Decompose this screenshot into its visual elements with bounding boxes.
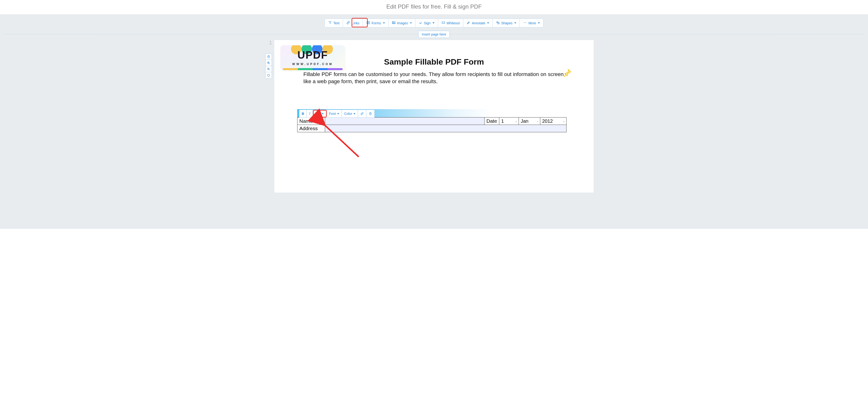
images-tool-button[interactable]: Images [389, 19, 415, 27]
page-header: Edit PDF files for free. Fill & sign PDF [0, 0, 868, 14]
pin-icon [563, 68, 572, 78]
color-button[interactable]: Color [342, 110, 358, 118]
logo-text: UPDF [298, 49, 328, 61]
chevron-down-icon: ⌄ [536, 120, 539, 123]
table-row: Name Date 1 ⌄ Jan ⌄ 2012 ⌄ [298, 118, 566, 125]
link-icon [360, 112, 364, 115]
page-side-tools [265, 53, 272, 79]
rotate-icon [267, 74, 270, 77]
chevron-down-icon [514, 22, 516, 24]
address-label-cell: Address [298, 125, 325, 132]
svg-point-8 [526, 22, 526, 23]
address-input-cell[interactable] [325, 125, 566, 132]
chevron-down-icon [353, 113, 355, 114]
annotate-tool-label: Annotate [472, 21, 485, 25]
date-year-value: 2012 [542, 119, 553, 124]
date-day-value: 1 [501, 119, 504, 124]
shapes-tool-label: Shapes [501, 21, 513, 25]
chevron-down-icon [383, 22, 385, 24]
trash-icon [267, 55, 270, 58]
chevron-down-icon [410, 22, 412, 24]
main-toolbar-wrap: Text Links Forms [0, 19, 868, 27]
name-label-cell: Name [298, 118, 325, 125]
fmt-delete-button[interactable] [366, 110, 374, 118]
zoom-in-icon [267, 61, 270, 65]
table-row: Address [298, 125, 566, 132]
form-table: Name Date 1 ⌄ Jan ⌄ 2012 ⌄ [297, 117, 566, 132]
chevron-down-icon: ⌄ [515, 120, 517, 123]
italic-label: I [309, 112, 310, 116]
shapes-tool-button[interactable]: Shapes [493, 19, 520, 27]
annotate-icon [467, 21, 470, 25]
shapes-icon [496, 21, 500, 25]
page-area: 1 [274, 40, 594, 192]
zoom-out-icon [267, 67, 270, 71]
more-tool-label: More [528, 21, 536, 25]
bold-label: B [302, 112, 304, 116]
updown-icon: ↕ [319, 112, 320, 115]
whiteout-tool-button[interactable]: Whiteout [438, 19, 463, 27]
whiteout-icon [441, 21, 445, 25]
font-label: Font [329, 112, 336, 116]
annotate-tool-button[interactable]: Annotate [463, 19, 493, 27]
zoom-in-button[interactable] [266, 60, 272, 66]
svg-point-7 [525, 22, 525, 23]
chevron-down-icon: ⌄ [563, 120, 565, 123]
insert-page-button[interactable]: Insert page here [418, 31, 450, 38]
selected-text-block: B I T ↕ Font Color [297, 109, 566, 132]
forms-tool-label: Forms [372, 21, 381, 25]
image-icon [392, 21, 396, 25]
logo-url: WWW.UPDF.COM [283, 62, 342, 66]
chevron-down-icon [433, 22, 434, 24]
rotate-button[interactable] [266, 72, 272, 79]
size-label: T [316, 112, 318, 116]
insert-page-label: Insert page here [422, 32, 446, 36]
date-month-value: Jan [521, 119, 528, 124]
fmt-link-button[interactable] [358, 110, 366, 118]
whiteout-tool-label: Whiteout [446, 21, 460, 25]
page-number: 1 [269, 39, 272, 46]
header-title: Edit PDF files for free. Fill & sign PDF [386, 3, 482, 10]
links-tool-label: Links [351, 21, 360, 25]
font-button[interactable]: Font [327, 110, 342, 118]
more-tool-button[interactable]: More [520, 19, 543, 27]
svg-rect-5 [498, 23, 499, 24]
link-icon [346, 21, 350, 25]
italic-button[interactable]: I [307, 110, 313, 118]
text-icon [328, 21, 332, 25]
chevron-down-icon [322, 113, 324, 114]
sign-icon [419, 21, 423, 25]
pdf-page[interactable]: UPDF WWW.UPDF.COM Sample Fillable PDF Fo… [274, 40, 594, 192]
sign-tool-label: Sign [424, 21, 431, 25]
forms-icon [366, 21, 370, 25]
text-size-button[interactable]: T ↕ [313, 110, 327, 118]
date-day-select[interactable]: 1 ⌄ [499, 118, 519, 125]
trash-icon [369, 112, 372, 115]
svg-rect-3 [442, 22, 444, 24]
date-label-cell: Date [485, 118, 499, 125]
forms-tool-button[interactable]: Forms [363, 19, 389, 27]
insert-page-divider: Insert page here [4, 34, 864, 34]
text-tool-button[interactable]: Text [325, 19, 343, 27]
text-format-toolbar: B I T ↕ Font Color [299, 110, 375, 118]
main-toolbar: Text Links Forms [324, 19, 544, 27]
zoom-out-button[interactable] [266, 66, 272, 72]
more-icon [523, 21, 527, 25]
svg-point-6 [524, 22, 524, 23]
date-month-select[interactable]: Jan ⌄ [519, 118, 540, 125]
chevron-down-icon [337, 113, 339, 114]
chevron-down-icon [487, 22, 489, 24]
text-tool-label: Text [334, 21, 340, 25]
date-year-select[interactable]: 2012 ⌄ [540, 118, 566, 125]
chevron-down-icon [538, 22, 540, 24]
logo-stripe [283, 68, 342, 70]
workspace: Text Links Forms [0, 14, 868, 229]
color-label: Color [344, 112, 352, 116]
name-input-cell[interactable] [325, 118, 485, 125]
sign-tool-button[interactable]: Sign [415, 19, 438, 27]
delete-page-button[interactable] [266, 54, 272, 60]
svg-point-2 [393, 22, 393, 23]
images-tool-label: Images [397, 21, 408, 25]
links-tool-button[interactable]: Links [343, 19, 363, 27]
bold-button[interactable]: B [299, 110, 307, 118]
